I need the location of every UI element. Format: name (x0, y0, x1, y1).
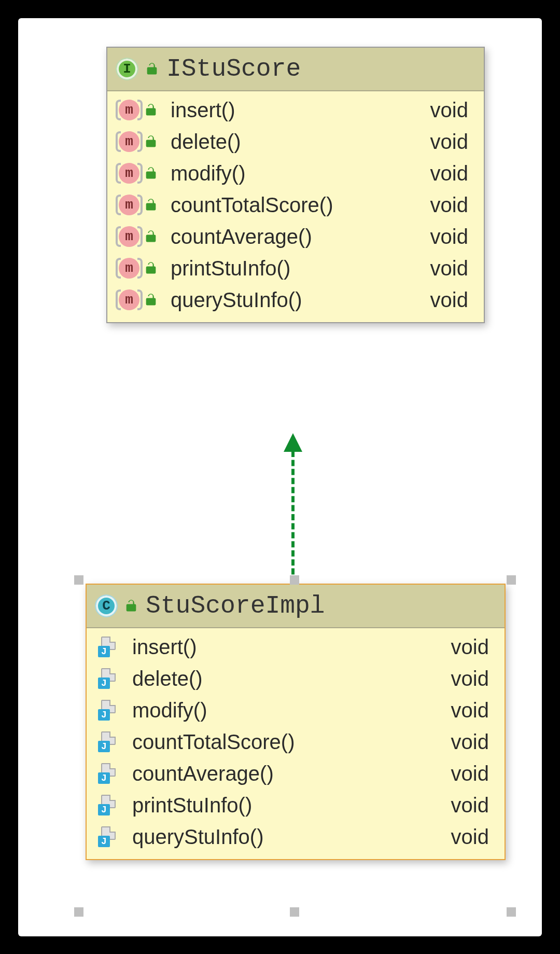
return-type: void (430, 257, 472, 280)
java-file-icon: J (98, 637, 119, 657)
unlocked-icon (144, 134, 158, 149)
method-row[interactable]: m insert() void (107, 94, 484, 126)
class-methods: J insert() void J delete() void J modify… (87, 628, 505, 859)
method-row[interactable]: J modify() void (87, 695, 505, 726)
selection-handle-icon[interactable] (290, 907, 299, 917)
java-file-icon: J (98, 826, 119, 847)
unlocked-icon (144, 261, 158, 275)
unlocked-icon (144, 229, 158, 244)
return-type: void (451, 762, 493, 785)
method-name: insert() (132, 635, 443, 659)
method-row[interactable]: m countAverage() void (107, 221, 484, 253)
method-row[interactable]: m delete() void (107, 126, 484, 158)
method-badge-icon: m (119, 258, 139, 279)
return-type: void (451, 699, 493, 722)
unlocked-icon (145, 62, 159, 76)
return-type: void (430, 99, 472, 122)
method-badge-icon: m (119, 163, 139, 184)
unlocked-icon (124, 599, 138, 613)
diagram-canvas: I IStuScore m insert() void m d (18, 18, 542, 936)
unlocked-icon (144, 293, 158, 307)
method-badge-icon: m (119, 226, 139, 247)
class-box[interactable]: C StuScoreImpl J insert() void J delete(… (86, 584, 506, 860)
class-badge-icon: C (96, 596, 117, 616)
method-name: queryStuInfo() (171, 288, 422, 312)
method-row[interactable]: m countTotalScore() void (107, 189, 484, 221)
method-name: countTotalScore() (132, 730, 443, 754)
method-row[interactable]: J queryStuInfo() void (87, 821, 505, 853)
interface-header: I IStuScore (107, 48, 484, 91)
method-row[interactable]: J insert() void (87, 631, 505, 663)
interface-box[interactable]: I IStuScore m insert() void m d (106, 47, 485, 323)
method-name: printStuInfo() (132, 794, 443, 817)
java-file-icon: J (98, 795, 119, 815)
unlocked-icon (144, 198, 158, 212)
method-name: countAverage() (132, 762, 443, 785)
java-file-icon: J (98, 763, 119, 784)
method-name: countTotalScore() (171, 193, 422, 217)
method-row[interactable]: m printStuInfo() void (107, 253, 484, 284)
method-badge-icon: m (119, 195, 139, 215)
method-name: printStuInfo() (171, 257, 422, 280)
return-type: void (451, 635, 493, 659)
selection-handle-icon[interactable] (74, 575, 83, 585)
return-type: void (451, 667, 493, 690)
selection-handle-icon[interactable] (74, 907, 83, 917)
interface-badge-icon: I (117, 59, 137, 79)
method-row[interactable]: J countTotalScore() void (87, 726, 505, 758)
method-name: delete() (171, 130, 422, 154)
unlocked-icon (144, 103, 158, 117)
selection-handle-icon[interactable] (290, 575, 299, 585)
method-name: insert() (171, 99, 422, 122)
method-row[interactable]: m modify() void (107, 158, 484, 189)
method-name: countAverage() (171, 225, 422, 248)
selection-handle-icon[interactable] (507, 907, 516, 917)
method-row[interactable]: J printStuInfo() void (87, 790, 505, 821)
return-type: void (451, 730, 493, 754)
method-row[interactable]: J delete() void (87, 663, 505, 695)
java-file-icon: J (98, 731, 119, 752)
return-type: void (451, 794, 493, 817)
return-type: void (430, 225, 472, 248)
return-type: void (430, 162, 472, 185)
selection-handle-icon[interactable] (507, 575, 516, 585)
method-name: modify() (171, 162, 422, 185)
implements-arrow-icon (283, 433, 303, 584)
method-badge-icon: m (119, 100, 139, 120)
class-title: StuScoreImpl (146, 592, 325, 620)
unlocked-icon (144, 166, 158, 181)
return-type: void (451, 825, 493, 849)
return-type: void (430, 288, 472, 312)
method-row[interactable]: m queryStuInfo() void (107, 284, 484, 316)
method-badge-icon: m (119, 131, 139, 152)
interface-methods: m insert() void m delete() void m (107, 91, 484, 322)
method-row[interactable]: J countAverage() void (87, 758, 505, 790)
return-type: void (430, 130, 472, 154)
method-name: delete() (132, 667, 443, 690)
method-name: queryStuInfo() (132, 825, 443, 849)
class-header: C StuScoreImpl (87, 585, 505, 628)
return-type: void (430, 193, 472, 217)
java-file-icon: J (98, 668, 119, 689)
method-name: modify() (132, 699, 443, 722)
method-badge-icon: m (119, 289, 139, 310)
java-file-icon: J (98, 700, 119, 721)
interface-title: IStuScore (166, 55, 301, 83)
